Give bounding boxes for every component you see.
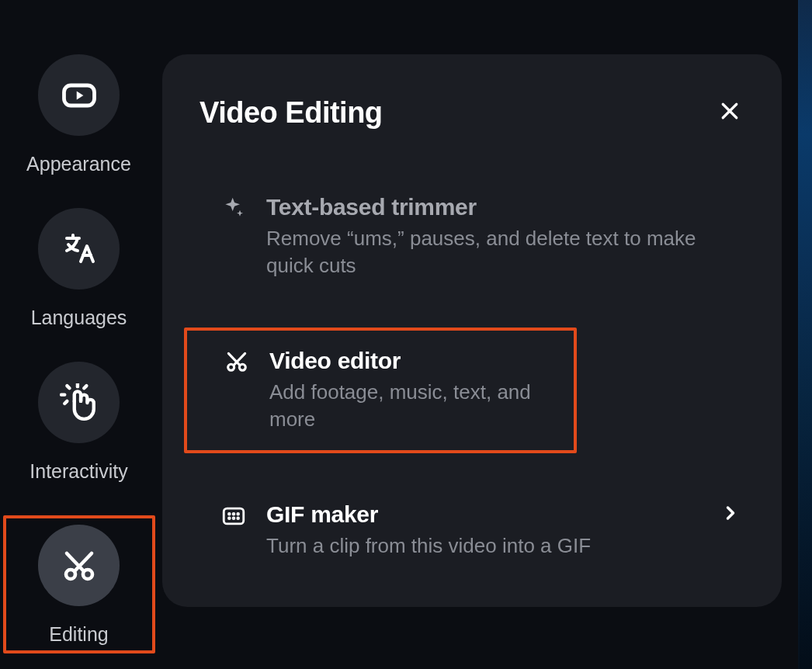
option-video-editor[interactable]: Video editor Add footage, music, text, a… <box>187 346 567 435</box>
svg-point-16 <box>228 518 230 519</box>
sidebar-item-languages[interactable]: Languages <box>9 208 149 329</box>
background-strip <box>798 0 812 669</box>
panel-header: Video Editing <box>200 95 748 130</box>
svg-point-14 <box>233 514 234 515</box>
scissors-icon <box>38 525 120 606</box>
option-title: GIF maker <box>266 501 378 528</box>
svg-marker-1 <box>76 91 83 99</box>
sidebar-item-editing[interactable]: Editing <box>9 525 149 646</box>
option-title: Video editor <box>269 348 401 374</box>
option-description: Remove “ums,” pauses, and delete text to… <box>266 225 741 279</box>
option-text-trimmer[interactable]: Text-based trimmer Remove “ums,” pauses,… <box>200 192 748 281</box>
sidebar-item-label: Editing <box>49 623 108 646</box>
svg-point-18 <box>238 518 239 519</box>
sidebar-item-label: Interactivity <box>29 460 127 483</box>
gif-icon <box>218 501 249 529</box>
app-root: Appearance Languages <box>0 0 812 669</box>
svg-point-17 <box>233 518 234 519</box>
close-icon <box>718 99 741 123</box>
video-editing-panel: Video Editing Text-based trim <box>162 54 782 607</box>
chevron-right-icon <box>720 502 741 527</box>
translate-icon <box>38 208 120 289</box>
svg-rect-12 <box>224 508 244 524</box>
panel-title: Video Editing <box>200 96 383 130</box>
highlight-sidebar-editing: Editing <box>3 515 155 653</box>
appearance-icon <box>38 54 120 136</box>
sidebar-item-label: Languages <box>31 307 127 329</box>
highlight-video-editor: Video editor Add footage, music, text, a… <box>184 328 577 453</box>
settings-sidebar: Appearance Languages <box>0 0 158 669</box>
scissors-icon <box>221 348 252 374</box>
interactivity-icon <box>38 362 120 443</box>
sidebar-item-appearance[interactable]: Appearance <box>9 54 149 175</box>
panel-options: Text-based trimmer Remove “ums,” pauses,… <box>200 192 748 561</box>
svg-point-13 <box>228 514 230 515</box>
option-title: Text-based trimmer <box>266 194 477 220</box>
sidebar-item-interactivity[interactable]: Interactivity <box>9 362 149 483</box>
close-button[interactable] <box>713 95 746 130</box>
option-description: Add footage, music, text, and more <box>269 379 561 433</box>
sidebar-item-label: Appearance <box>26 153 131 175</box>
option-description: Turn a clip from this video into a GIF <box>266 532 741 560</box>
sparkle-icon <box>218 194 249 220</box>
option-gif-maker[interactable]: GIF maker Turn a clip from this video in… <box>200 500 748 561</box>
svg-point-15 <box>238 514 239 515</box>
